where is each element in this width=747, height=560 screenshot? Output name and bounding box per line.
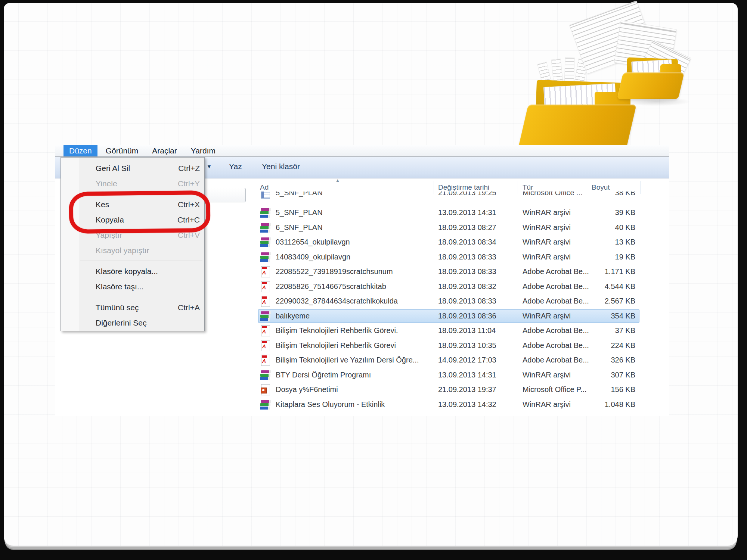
menu-separator	[61, 294, 204, 300]
slide-background: DüzenGörünümAraçlarYardım ▼ Yaz Yeni kla…	[4, 3, 738, 546]
file-date: 18.09.2013 10:35	[438, 341, 496, 350]
menu-item-label: Diğerlerini Seç	[96, 318, 147, 327]
file-row-kitaplara-ses-oluyorum-etkinlik[interactable]: Kitaplara Ses Oluyorum - Etkinlik13.09.2…	[55, 398, 669, 413]
file-size: 38 KB	[552, 192, 635, 197]
file-date: 18.09.2013 08:34	[438, 238, 496, 246]
pdf-icon	[260, 266, 271, 277]
nav-pane-fragment: e	[55, 164, 60, 172]
folder-transfer-clipart	[4, 3, 738, 164]
edit-menu-popup: Geri Al SilCtrl+ZYineleCtrl+YKesCtrl+XKo…	[61, 157, 205, 331]
folder-shadow	[622, 97, 691, 106]
menubar-item-yardım[interactable]: Yardım	[185, 145, 221, 156]
winrar-icon	[260, 237, 271, 248]
file-name: 5_SNF_PLAN	[276, 208, 323, 217]
menu-item-shortcut: Ctrl+A	[178, 303, 200, 312]
menu-item-label: Kısayol yapıştır	[96, 246, 149, 255]
toolbar-button-burn[interactable]: Yaz	[229, 162, 242, 171]
file-size: 39 KB	[552, 208, 635, 217]
file-row-dosya-y%f6netimi[interactable]: Dosya y%F6netimi21.09.2013 19:37Microsof…	[55, 383, 669, 398]
pdf-icon	[260, 325, 271, 336]
file-name: 03112654_okulpilavgn	[276, 238, 350, 246]
column-header-tür[interactable]: Tür	[523, 183, 533, 192]
file-name: Bilişim Teknolojileri Rehberlik Görevi.	[276, 326, 398, 335]
office-doc-icon	[260, 192, 271, 199]
file-size: 326 KB	[552, 356, 635, 364]
file-size: 1.171 KB	[552, 267, 635, 276]
winrar-icon	[260, 311, 271, 322]
file-name: balıkyeme	[276, 312, 310, 320]
file-name: 22085522_73918919scratchsunum	[276, 267, 393, 276]
file-date: 18.09.2013 08:36	[438, 312, 496, 320]
menu-item-shortcut: Ctrl+Z	[178, 164, 200, 173]
file-date: 13.09.2013 14:31	[438, 208, 496, 217]
file-name: 22090032_87844634scratchlkokulda	[276, 297, 398, 305]
file-size: 40 KB	[552, 223, 635, 232]
file-name: Dosya y%F6netimi	[276, 385, 338, 394]
file-date: 21.09.2013 19:37	[438, 385, 496, 394]
menu-item-yinele[interactable]: YineleCtrl+Y	[61, 176, 204, 191]
menubar-item-görünüm[interactable]: Görünüm	[100, 145, 144, 156]
file-date: 18.09.2013 08:32	[438, 282, 496, 291]
menu-item-diğerlerini-seç[interactable]: Diğerlerini Seç	[61, 315, 204, 330]
file-date: 13.09.2013 14:31	[438, 371, 496, 379]
column-header-ad[interactable]: Ad	[260, 183, 269, 192]
file-row-bilişim-teknolojileri-rehberlik-görevi[interactable]: Bilişim Teknolojileri Rehberlik Görevi18…	[55, 339, 669, 354]
file-name: Kitaplara Ses Oluyorum - Etkinlik	[276, 400, 385, 409]
file-row-bty-dersi-öğretim-programı[interactable]: BTY Dersi Öğretim Programı13.09.2013 14:…	[55, 368, 669, 383]
file-size: 1.048 KB	[552, 400, 635, 409]
folder-right	[620, 58, 684, 100]
menu-item-klasöre-kopyala[interactable]: Klasöre kopyala...	[61, 264, 204, 279]
menu-item-label: Klasöre taşı...	[96, 282, 143, 291]
folder-left	[523, 81, 635, 150]
file-name: Bilişim Teknolojileri Rehberlik Görevi	[276, 341, 396, 350]
file-name: 6_SNF_PLAN	[276, 223, 323, 232]
file-size: 13 KB	[552, 238, 635, 246]
file-size: 37 KB	[552, 326, 635, 335]
menu-item-kısayol-yapıştır[interactable]: Kısayol yapıştır	[61, 243, 204, 258]
menu-item-label: Yinele	[96, 179, 117, 188]
file-date: 14.09.2012 17:03	[438, 356, 496, 364]
file-date: 18.09.2013 11:04	[438, 326, 496, 335]
file-name: BTY Dersi Öğretim Programı	[276, 371, 371, 379]
file-size: 156 KB	[552, 385, 635, 394]
file-size: 307 KB	[552, 371, 635, 379]
file-date: 18.09.2013 08:33	[438, 253, 496, 261]
file-name: 22085826_75146675scratchkitab	[276, 282, 386, 291]
file-size: 19 KB	[552, 253, 635, 261]
sort-up-icon: ▲	[335, 178, 340, 183]
red-annotation-ellipse	[69, 190, 210, 234]
file-date: 18.09.2013 08:33	[438, 267, 496, 276]
file-name: 14083409_okulpilavgn	[276, 253, 350, 261]
menu-item-tümünü-seç[interactable]: Tümünü seçCtrl+A	[61, 300, 204, 315]
pdf-icon	[260, 340, 271, 351]
toolbar-button-new-folder[interactable]: Yeni klasör	[262, 162, 300, 171]
file-size: 354 KB	[552, 312, 635, 320]
file-row-bilişim-teknolojileri-ve-yazılım-dersi-öğre[interactable]: Bilişim Teknolojileri ve Yazılım Dersi Ö…	[55, 353, 669, 368]
winrar-icon	[260, 399, 271, 410]
winrar-icon	[260, 207, 271, 218]
menubar-item-araçlar[interactable]: Araçlar	[146, 145, 183, 156]
menubar-item-düzen[interactable]: Düzen	[63, 145, 97, 156]
file-date: 18.09.2013 08:27	[438, 223, 496, 232]
file-date: 13.09.2013 14:32	[438, 400, 496, 409]
menu-item-shortcut: Ctrl+Y	[178, 179, 200, 188]
menu-item-geri-al-sil[interactable]: Geri Al SilCtrl+Z	[61, 161, 204, 176]
menu-separator	[61, 258, 204, 264]
menu-item-label: Geri Al Sil	[96, 164, 130, 173]
pdf-icon	[260, 281, 271, 292]
winrar-icon	[260, 370, 271, 381]
file-date: 18.09.2013 08:33	[438, 297, 496, 305]
chevron-down-icon[interactable]: ▼	[207, 164, 212, 169]
file-name: 5_SNF_PLAN	[276, 192, 323, 197]
winrar-icon	[260, 222, 271, 233]
column-header-boyut[interactable]: Boyut	[592, 183, 610, 192]
column-header-değiştirme-tarihi[interactable]: Değiştirme tarihi	[438, 183, 489, 192]
file-size: 4.544 KB	[552, 282, 635, 291]
powerpoint-icon	[260, 384, 271, 395]
file-date: 21.09.2013 19:25	[438, 192, 496, 197]
menu-bar: DüzenGörünümAraçlarYardım	[55, 145, 669, 157]
menu-item-label: Klasöre kopyala...	[96, 267, 158, 276]
menu-item-klasöre-taşı[interactable]: Klasöre taşı...	[61, 279, 204, 294]
file-size: 224 KB	[552, 341, 635, 350]
file-size: 2.567 KB	[552, 297, 635, 305]
